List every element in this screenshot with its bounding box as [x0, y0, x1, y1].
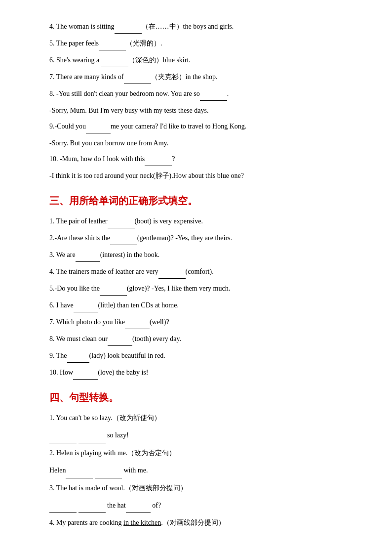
question-8b: -Sorry, Mum. But I'm very busy with my t…: [49, 104, 353, 118]
s3-question-4: 4. The trainers made of leather are very…: [49, 265, 353, 279]
blank-s3q5: [100, 288, 127, 296]
question-7: 7. There are many kinds of（夹克衫）in the sh…: [49, 70, 353, 84]
blank-q4: [115, 26, 142, 34]
s4-question-2-answer: Helen with me.: [49, 463, 353, 478]
blank-s4q2b: [95, 470, 122, 478]
s4-question-3-answer: the hat of?: [49, 498, 353, 513]
blank-s4q2a: [66, 470, 93, 478]
s4-question-4-instruction: 4. My parents are cooking in the kitchen…: [49, 516, 353, 530]
blank-q8a: [200, 93, 227, 101]
s4-question-2-instruction: 2. Helen is playing with me.（改为否定句）: [49, 446, 353, 460]
s3-question-10: 10. How(love) the baby is!: [49, 366, 353, 380]
s3-question-9: 9. The(lady) look beautiful in red.: [49, 349, 353, 363]
blank-s4q3c: [126, 505, 151, 513]
question-8a: 8. -You still don't clean your bedroom n…: [49, 87, 353, 101]
blank-s4q3b: [78, 505, 106, 513]
blank-s3q3: [76, 254, 100, 262]
section-3-title: 三、用所给单词的正确形式填空。: [49, 192, 353, 210]
question-10a: 10. -Mum, how do I look with this?: [49, 152, 353, 166]
s3-question-2: 2.-Are these shirts the(gentleman)? -Yes…: [49, 231, 353, 245]
section-3: 三、用所给单词的正确形式填空。 1. The pair of leather(b…: [49, 192, 353, 380]
question-6: 6. She's wearing a （深色的）blue skirt.: [49, 53, 353, 67]
section-4: 四、句型转换。 1. You can't be so lazy.（改为祈使句） …: [49, 388, 353, 530]
fill-blanks-section: 4. The woman is sitting（在……中）the boys an…: [49, 20, 353, 183]
s3-question-3: 3. We are(interest) in the book.: [49, 248, 353, 262]
blank-s3q6: [74, 304, 98, 312]
blank-s4q1a: [49, 435, 77, 443]
blank-s3q9: [67, 355, 89, 363]
s3-question-1: 1. The pair of leather(boot) is very exp…: [49, 214, 353, 228]
blank-s3q8: [108, 338, 132, 346]
question-4: 4. The woman is sitting（在……中）the boys an…: [49, 20, 353, 34]
question-10b: -I think it is too red around your neck(…: [49, 169, 353, 183]
s4-question-1-instruction: 1. You can't be so lazy.（改为祈使句）: [49, 411, 353, 425]
blank-q7: [124, 76, 151, 84]
s4-question-3-instruction: 3. The hat is made of wool.（对画线部分提问）: [49, 481, 353, 495]
question-9b: -Sorry. But you can borrow one from Amy.: [49, 136, 353, 150]
blank-s4q1b: [78, 435, 106, 443]
s3-question-7: 7. Which photo do you like(well)?: [49, 315, 353, 329]
blank-q5: [99, 43, 126, 50]
s3-question-8: 8. We must clean our(tooth) every day.: [49, 332, 353, 346]
blank-s3q1: [108, 220, 135, 228]
blank-s3q10: [73, 372, 98, 380]
underline-wool: wool: [109, 484, 123, 492]
blank-q10a: [145, 158, 172, 166]
s3-question-5: 5.-Do you like the(glove)? -Yes, I like …: [49, 282, 353, 296]
blank-s3q4: [158, 271, 186, 279]
underline-in-the-kitchen: in the kitchen: [123, 519, 161, 526]
blank-s4q3a: [49, 505, 77, 513]
s4-question-1-answer: so lazy!: [49, 428, 353, 443]
blank-s3q2: [110, 237, 137, 245]
question-9a: 9.-Could youme your camera? I'd like to …: [49, 120, 353, 133]
question-5: 5. The paper feels（光滑的）.: [49, 37, 353, 50]
blank-q9a: [86, 126, 111, 133]
blank-s3q7: [125, 321, 150, 329]
worksheet-content: 4. The woman is sitting（在……中）the boys an…: [49, 20, 353, 530]
blank-q6: [101, 59, 128, 67]
s3-question-6: 6. I have(little) than ten CDs at home.: [49, 299, 353, 312]
section-4-title: 四、句型转换。: [49, 388, 353, 406]
